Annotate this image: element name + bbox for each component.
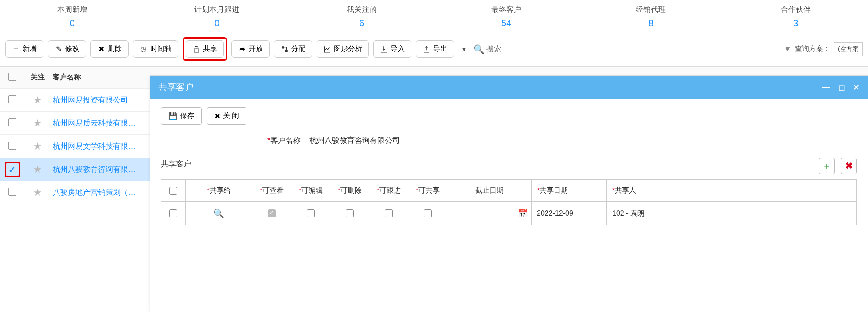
edit-button[interactable]: ✎修改 [48, 40, 86, 58]
x-icon: ✖ [97, 45, 105, 53]
grid-header-checkbox[interactable] [161, 180, 186, 201]
modal-title: 共享客户 [158, 81, 822, 93]
share-grid: *共享给 *可查看 *可编辑 *可删除 *可跟进 *可共享 截止日期 *共享日期… [161, 179, 857, 225]
share-button[interactable]: 共享 [186, 40, 224, 58]
save-icon: 💾 [168, 112, 177, 120]
header-end-date: 截止日期 [447, 180, 532, 201]
chart-button[interactable]: 图形分析 [317, 40, 369, 58]
header-edit: *可编辑 [291, 180, 330, 201]
minimize-icon[interactable]: — [822, 83, 830, 92]
close-icon[interactable]: ✕ [853, 83, 860, 92]
share-highlight: 共享 [183, 37, 227, 61]
import-button[interactable]: 导入 [373, 40, 411, 58]
filter-icon[interactable]: ▼ [784, 44, 792, 54]
share-modal: 共享客户 — ◻ ✕ 💾保存 ✖关 闭 *客户名称 杭州八骏教育咨询有限公司 共… [150, 75, 868, 312]
stats-row: 本周新增0 计划本月跟进0 我关注的6 最终客户54 经销代理8 合作伙伴3 [0, 0, 868, 37]
header-share: *可共享 [408, 180, 447, 201]
modal-titlebar: 共享客户 — ◻ ✕ [150, 76, 868, 99]
header-delete: *可删除 [330, 180, 369, 201]
dropdown-caret-icon[interactable]: ▼ [461, 46, 467, 53]
share-checkbox[interactable] [408, 202, 447, 225]
star-icon[interactable]: ★ [24, 141, 51, 152]
svg-rect-2 [285, 50, 288, 52]
header-checkbox[interactable] [0, 73, 24, 82]
svg-rect-1 [282, 46, 284, 48]
form-row-name: *客户名称 杭州八骏教育咨询有限公司 [161, 135, 857, 146]
grid-row[interactable]: 🔍 📅 2022-12-09 102 - 袁朗 [161, 202, 856, 225]
follow-checkbox[interactable] [369, 202, 408, 225]
star-icon[interactable]: ★ [24, 187, 51, 198]
unlock-icon [192, 45, 200, 53]
save-button[interactable]: 💾保存 [161, 107, 202, 125]
add-button[interactable]: ＋新增 [5, 40, 43, 58]
header-follow: *可跟进 [369, 180, 408, 201]
x-icon: ✖ [215, 112, 220, 120]
row-checkbox[interactable] [0, 188, 24, 197]
filter-label: 查询方案： [795, 44, 830, 54]
row-checkbox[interactable] [0, 95, 24, 105]
pencil-icon: ✎ [55, 45, 63, 53]
grid-header: *共享给 *可查看 *可编辑 *可删除 *可跟进 *可共享 截止日期 *共享日期… [161, 180, 856, 202]
arrow-share-icon: ➦ [238, 45, 246, 53]
delete-button[interactable]: ✖删除 [90, 40, 129, 58]
share-to-cell[interactable]: 🔍 [186, 202, 252, 225]
import-icon [380, 45, 388, 53]
x-icon: ✖ [845, 160, 853, 172]
share-date-cell[interactable]: 2022-12-09 [532, 202, 607, 225]
stat-new-week[interactable]: 本周新增0 [0, 4, 145, 28]
calendar-icon[interactable]: 📅 [518, 209, 528, 218]
header-share-date: *共享日期 [532, 180, 607, 201]
sharer-cell[interactable]: 102 - 袁朗 [607, 202, 856, 225]
row-checkbox[interactable] [0, 142, 24, 151]
star-icon[interactable]: ★ [24, 95, 51, 106]
export-icon [422, 45, 430, 53]
stat-partner[interactable]: 合作伙伴3 [723, 4, 868, 28]
header-view: *可查看 [252, 180, 291, 201]
search-icon[interactable]: 🔍 [213, 208, 224, 219]
search-wrap: 🔍 [473, 44, 584, 55]
stat-plan-month[interactable]: 计划本月跟进0 [145, 4, 289, 28]
delete-checkbox[interactable] [330, 202, 369, 225]
delete-row-button[interactable]: ✖ [841, 158, 857, 174]
star-icon[interactable]: ★ [24, 164, 51, 175]
header-sharer: *共享人 [607, 180, 856, 201]
name-value: 杭州八骏教育咨询有限公司 [309, 135, 400, 146]
row-checkbox[interactable] [161, 202, 186, 225]
filter-select[interactable]: (空方案 [834, 42, 863, 56]
close-button[interactable]: ✖关 闭 [207, 107, 246, 125]
end-date-cell[interactable]: 📅 [447, 202, 532, 225]
svg-rect-0 [194, 49, 199, 52]
header-share-to: *共享给 [186, 180, 252, 201]
view-checkbox[interactable] [252, 202, 291, 225]
clock-icon: ◷ [140, 45, 148, 53]
stat-agent[interactable]: 经销代理8 [579, 4, 723, 28]
open-button[interactable]: ➦开放 [231, 40, 270, 58]
export-button[interactable]: 导出 [416, 40, 454, 58]
row-checkbox[interactable] [0, 162, 24, 177]
stat-followed[interactable]: 我关注的6 [289, 4, 434, 28]
star-icon[interactable]: ★ [24, 118, 51, 129]
timeline-button[interactable]: ◷时间轴 [133, 40, 178, 58]
assign-button[interactable]: 分配 [274, 40, 312, 58]
search-icon: 🔍 [473, 44, 485, 55]
chart-icon [323, 45, 331, 53]
stat-final[interactable]: 最终客户54 [434, 4, 579, 28]
row-checkbox[interactable] [0, 118, 24, 128]
header-follow: 关注 [24, 73, 51, 82]
plus-icon: ＋ [822, 159, 832, 173]
name-label: *客户名称 [267, 135, 301, 146]
toolbar: ＋新增 ✎修改 ✖删除 ◷时间轴 共享 ➦开放 分配 图形分析 导入 导出 ▼ … [0, 37, 868, 66]
add-row-button[interactable]: ＋ [819, 158, 835, 174]
assign-icon [281, 45, 289, 53]
maximize-icon[interactable]: ◻ [838, 83, 845, 92]
plus-icon: ＋ [12, 45, 20, 53]
sub-title: 共享客户 [161, 159, 191, 169]
edit-checkbox[interactable] [291, 202, 330, 225]
search-input[interactable] [486, 45, 584, 54]
filter-wrap: ▼ 查询方案： (空方案 [784, 42, 863, 56]
